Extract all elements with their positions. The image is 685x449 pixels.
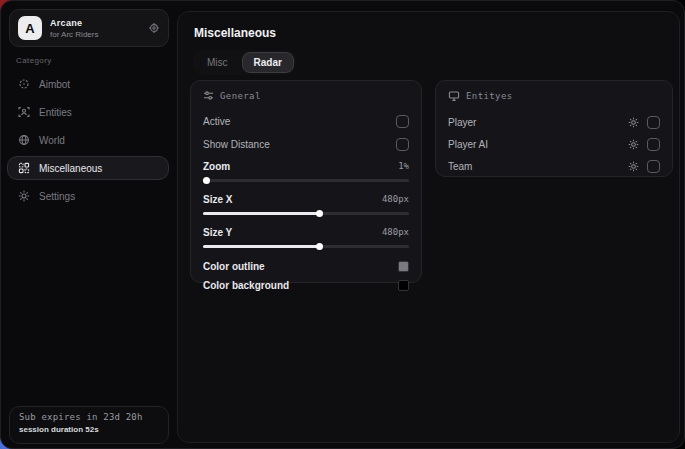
session-duration-text: session duration 52s xyxy=(19,425,159,434)
crosshair-icon xyxy=(18,78,30,90)
sidebar-item-entities[interactable]: Entities xyxy=(7,100,169,124)
slider-thumb[interactable] xyxy=(203,177,210,184)
color-row-background: Color background xyxy=(203,276,409,295)
entity-row-player-ai: Player AI xyxy=(448,133,660,155)
page-title: Miscellaneous xyxy=(194,26,276,40)
entity-row-team: Team xyxy=(448,155,660,177)
show-distance-checkbox[interactable] xyxy=(396,138,409,151)
entity-row-player: Player xyxy=(448,111,660,133)
brand-text: Arcane for Arc Riders xyxy=(50,18,148,39)
entity-label: Player xyxy=(448,117,476,128)
player-config-gear-icon[interactable] xyxy=(628,117,639,128)
slider-label: Size Y xyxy=(203,227,232,238)
slider-fill xyxy=(203,245,320,248)
team-config-gear-icon[interactable] xyxy=(628,161,639,172)
entity-label: Team xyxy=(448,161,472,172)
tab-bar: Misc Radar xyxy=(193,50,296,75)
sliders-icon xyxy=(203,90,214,101)
zoom-slider[interactable] xyxy=(203,179,409,182)
toggle-row-show-distance: Show Distance xyxy=(203,133,409,156)
slider-fill xyxy=(203,212,320,215)
slider-thumb[interactable] xyxy=(316,210,323,217)
general-panel: General Active Show Distance Zoom 1% xyxy=(190,80,422,283)
subscription-card: Sub expires in 23d 20h session duration … xyxy=(9,406,169,444)
player-ai-checkbox[interactable] xyxy=(647,138,660,151)
entities-icon xyxy=(18,106,30,118)
brand-logo: A xyxy=(18,16,42,40)
sidebar-item-label: Miscellaneous xyxy=(39,163,102,174)
slider-fill xyxy=(203,179,207,182)
slider-value: 480px xyxy=(382,227,409,237)
entities-panel-title: Entityes xyxy=(466,91,513,101)
color-label: Color background xyxy=(203,280,289,291)
tab-radar[interactable]: Radar xyxy=(242,52,294,73)
player-ai-config-gear-icon[interactable] xyxy=(628,139,639,150)
brand-card: A Arcane for Arc Riders xyxy=(9,9,169,47)
sidebar-item-world[interactable]: World xyxy=(7,128,169,152)
brand-subtitle: for Arc Riders xyxy=(50,30,148,39)
brand-settings-icon[interactable] xyxy=(148,22,160,34)
color-label: Color outline xyxy=(203,261,265,272)
toggle-label: Active xyxy=(203,116,230,127)
size-y-slider[interactable] xyxy=(203,245,409,248)
sidebar-item-label: Settings xyxy=(39,191,75,202)
grid-icon xyxy=(18,162,30,174)
sub-expiry-text: Sub expires in 23d 20h xyxy=(19,412,159,422)
app-window: A Arcane for Arc Riders Category xyxy=(0,0,685,449)
color-row-outline: Color outline xyxy=(203,257,409,276)
entities-panel: Entityes Player Player AI xyxy=(435,80,673,177)
slider-row-size-y: Size Y 480px xyxy=(203,224,409,248)
slider-label: Zoom xyxy=(203,161,230,172)
sidebar: A Arcane for Arc Riders Category xyxy=(1,1,176,448)
color-outline-swatch[interactable] xyxy=(398,261,409,272)
category-label: Category xyxy=(16,56,52,65)
monitor-icon xyxy=(448,90,460,102)
general-panel-title: General xyxy=(220,91,261,101)
general-panel-header: General xyxy=(203,90,409,101)
slider-row-size-x: Size X 480px xyxy=(203,191,409,215)
slider-row-zoom: Zoom 1% xyxy=(203,158,409,182)
main-panel: Miscellaneous Misc Radar General Active … xyxy=(177,11,680,443)
team-checkbox[interactable] xyxy=(647,160,660,173)
player-checkbox[interactable] xyxy=(647,116,660,129)
sidebar-item-label: Aimbot xyxy=(39,79,70,90)
toggle-label: Show Distance xyxy=(203,139,270,150)
gear-icon xyxy=(18,190,30,202)
sidebar-item-aimbot[interactable]: Aimbot xyxy=(7,72,169,96)
tab-misc[interactable]: Misc xyxy=(195,52,240,73)
slider-value: 1% xyxy=(398,161,409,171)
globe-icon xyxy=(18,134,30,146)
slider-thumb[interactable] xyxy=(316,243,323,250)
sidebar-item-miscellaneous[interactable]: Miscellaneous xyxy=(7,156,169,180)
sidebar-item-settings[interactable]: Settings xyxy=(7,184,169,208)
brand-title: Arcane xyxy=(50,18,148,28)
sidebar-item-label: World xyxy=(39,135,65,146)
entities-panel-header: Entityes xyxy=(448,90,660,102)
slider-value: 480px xyxy=(382,194,409,204)
size-x-slider[interactable] xyxy=(203,212,409,215)
entity-label: Player AI xyxy=(448,139,488,150)
color-background-swatch[interactable] xyxy=(398,280,409,291)
sidebar-item-label: Entities xyxy=(39,107,72,118)
active-checkbox[interactable] xyxy=(396,115,409,128)
sidebar-nav: Aimbot Entities World xyxy=(7,72,169,208)
slider-label: Size X xyxy=(203,194,232,205)
toggle-row-active: Active xyxy=(203,110,409,133)
